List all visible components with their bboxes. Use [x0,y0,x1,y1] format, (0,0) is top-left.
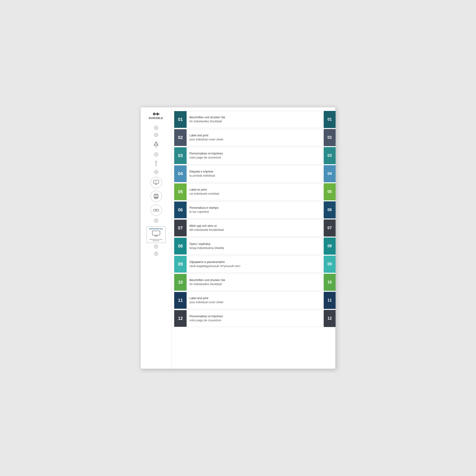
tab-row-12: 12 Personnalisez et imprimez votre page … [174,310,336,327]
tab-text-03: Personnalisez et imprimez votre page de … [187,150,323,162]
tab-line1-01: Beschriften und drucken Sie [189,116,320,119]
tab-label-08: 08 Opisz i wydrukuj twoją indywidualną o… [174,238,323,255]
tab-text-05: Label en print uw individuele voorblad [187,186,323,198]
brand-logo: DURABLE [149,112,163,119]
tab-row-05: 05 Label en print uw individuele voorbla… [174,183,336,200]
tab-num-right-04: 04 [324,165,336,182]
hole-5 [154,219,158,223]
hole-1 [154,126,158,130]
tab-row-11: 11 Label and print your individual cover… [174,292,336,309]
hole-3 [154,152,158,157]
tab-row-08: 08 Opisz i wydrukuj twoją indywidualną o… [174,238,336,255]
tab-num-right-08: 08 [324,238,336,255]
tab-line2-04: tu portada individual [189,174,320,178]
tab-num-right-12: 12 [324,310,336,327]
tab-label-10: 10 Beschriften und drucken Sie Ihr indiv… [174,274,323,291]
tab-num-left-04: 04 [174,165,187,182]
tab-row-09: 09 Оформите и распечатайте свой индивиду… [174,255,336,273]
tab-num-right-03: 03 [324,147,336,164]
tab-row-10: 10 Beschriften und drucken Sie Ihr indiv… [174,274,336,291]
printer-icon-circle [151,191,162,202]
product-page: DURABLE PP 6796 [140,107,336,369]
left-sidebar: DURABLE PP 6796 [141,107,171,369]
duraprint-tagline: BROWSER BASED PRINTING [148,239,164,241]
tab-num-right-11: 11 [324,292,336,309]
svg-text:www: www [154,181,157,183]
tab-line1-11: Label and print [189,296,320,300]
tab-text-12: Personnalisez et imprimez votre page de … [187,312,323,324]
tab-text-07: Märk upp och skriv ut ditt individuella … [187,222,323,234]
tab-line1-04: Etiqueta e imprime [189,170,320,174]
tab-label-03: 03 Personnalisez et imprimez votre page … [174,147,323,164]
tab-num-left-03: 03 [174,147,187,164]
recycle-icon: PP [153,141,159,150]
tab-num-right-06: 06 [324,201,336,219]
tab-line2-01: Ihr individuelles Deckblatt [189,119,320,123]
hole-2 [154,133,158,137]
tab-text-08: Opisz i wydrukuj twoją indywidualną okła… [187,240,323,252]
tab-label-05: 05 Label en print uw individuele voorbla… [174,183,323,200]
tab-line2-03: votre page de couverture [189,156,320,160]
duraprint-url: DURAPRINT.EU [148,228,164,230]
tab-line2-05: uw individuele voorblad [189,192,320,196]
tab-line1-02: Label and print [189,134,320,137]
tab-num-left-10: 10 [174,274,187,290]
tab-num-right-02: 02 [324,129,336,146]
tab-row-04: 04 Etiqueta e imprime tu portada individ… [174,165,336,182]
tab-num-left-05: 05 [174,184,187,200]
tab-line2-12: votre page de couverture [189,319,320,323]
tab-label-01: 01 Beschriften und drucken Sie Ihr indiv… [174,111,323,128]
tab-row-01: 01 Beschriften und drucken Sie Ihr indiv… [174,111,336,128]
tab-line2-09: свой индивидуальный титульный лист [189,264,320,268]
tab-row-07: 07 Märk upp och skriv ut ditt individuel… [174,220,336,237]
tab-line2-07: ditt individuella försättsblad [189,228,320,232]
connect-icon-circle [151,204,162,216]
tab-num-left-08: 08 [174,238,187,255]
tab-text-06: Personalizza e stampa le tue copertine [187,204,323,216]
tab-num-left-07: 07 [174,220,187,236]
monitor-icon-circle: www [151,177,162,188]
tab-line2-08: twoją indywidualną okładkę [189,246,320,250]
tab-line2-02: your individual cover sheet [189,137,320,142]
tab-line1-09: Оформите и распечатайте [189,260,320,264]
tab-num-left-06: 06 [174,202,187,218]
svg-rect-13 [153,209,156,211]
tab-text-04: Etiqueta e imprime tu portada individual [187,168,323,180]
product-code: 6796 [155,160,157,166]
tabs-area: 01 Beschriften und drucken Sie Ihr indiv… [171,107,335,369]
tab-text-09: Оформите и распечатайте свой индивидуаль… [187,258,323,270]
tab-num-left-12: 12 [174,310,187,327]
svg-rect-14 [156,209,159,211]
tab-text-10: Beschriften und drucken Sie Ihr individu… [187,276,323,288]
tab-label-12: 12 Personnalisez et imprimez votre page … [174,310,323,327]
hole-punches: PP 6796 www [143,124,169,257]
tab-text-11: Label and print your individual cover sh… [187,294,323,306]
duraprint-box: DURAPRINT.EU BROWSER BASED PRINTING [147,227,166,243]
tab-line1-12: Personnalisez et imprimez [189,314,320,319]
svg-marker-0 [153,112,156,116]
tab-text-02: Label and print your individual cover sh… [187,132,323,143]
tab-label-02: 02 Label and print your individual cover… [174,129,323,146]
tab-line1-06: Personalizza e stampa [189,206,320,210]
tab-num-left-02: 02 [174,129,187,146]
tab-num-right-01: 01 [324,111,336,128]
svg-rect-9 [155,194,157,195]
tab-text-01: Beschriften und drucken Sie Ihr individu… [187,114,323,125]
hole-7 [154,252,158,256]
svg-text:PP: PP [155,146,157,148]
tab-label-07: 07 Märk upp och skriv ut ditt individuel… [174,220,323,237]
svg-marker-1 [156,112,159,116]
svg-marker-2 [154,142,158,145]
tab-num-right-07: 07 [324,220,336,237]
tab-num-right-09: 09 [324,255,336,273]
hole-6 [154,244,158,249]
tab-label-04: 04 Etiqueta e imprime tu portada individ… [174,165,323,182]
tab-line1-05: Label en print [189,188,320,192]
tab-num-left-11: 11 [174,292,187,309]
tab-line1-10: Beschriften und drucken Sie [189,278,320,282]
tab-line2-11: your individual cover sheet [189,300,320,305]
svg-rect-16 [152,231,160,235]
tab-line2-10: Ihr individuelles Deckblatt [189,282,320,286]
tab-num-right-10: 10 [324,274,336,291]
tab-num-left-09: 09 [174,256,187,272]
